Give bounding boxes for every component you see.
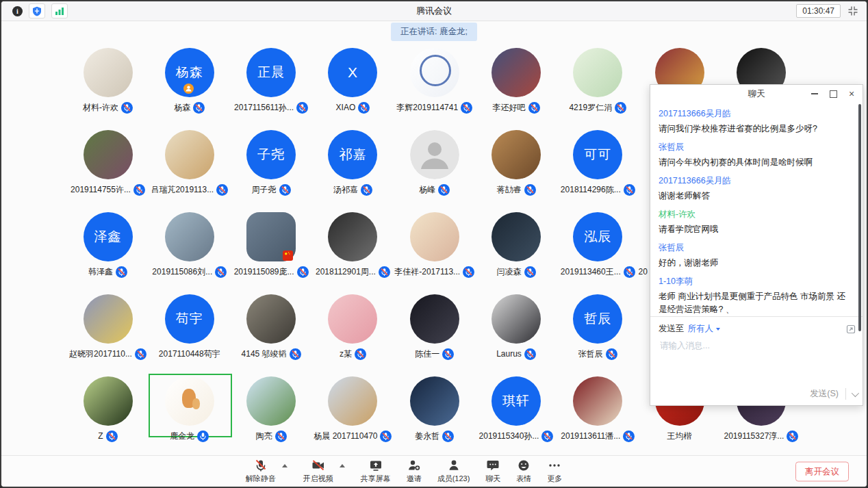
mic-muted-icon xyxy=(442,348,454,360)
avatar-initials: 祁嘉 xyxy=(328,130,377,179)
participant-name: 鹿金龙 xyxy=(170,431,194,442)
participant-name: 周子尧 xyxy=(252,184,277,196)
send-button[interactable]: 发送(S) xyxy=(810,388,846,400)
participant-name: 汤祁嘉 xyxy=(333,184,358,196)
maximize-icon[interactable] xyxy=(829,90,837,98)
chat-header[interactable]: 聊天 × xyxy=(650,85,863,103)
participant-name: 材料-许欢 xyxy=(83,102,118,114)
avatar xyxy=(84,294,133,344)
expand-caret-icon[interactable] xyxy=(282,464,288,467)
toolbar-label: 聊天 xyxy=(485,474,500,484)
chat-message: 2017113666吴月皓谢谢老师解答 xyxy=(659,175,853,203)
avatar xyxy=(84,376,133,426)
avatar xyxy=(573,48,622,97)
camera-muted-icon xyxy=(311,459,325,472)
participant-name: 2019115340孙... xyxy=(479,431,539,442)
deer-art xyxy=(192,398,200,409)
message-input[interactable] xyxy=(659,340,846,351)
message-text: 请看学院官网哦 xyxy=(659,223,853,236)
mic-on-icon xyxy=(197,431,209,442)
chat-input-area: 发送至 所有人 发送(S) xyxy=(650,316,863,405)
toolbar-emoji[interactable]: 表情 xyxy=(516,459,531,484)
toolbar-chat[interactable]: 聊天 xyxy=(485,459,500,484)
mic-muted-icon xyxy=(524,184,536,196)
participant-name: 2018112901周... xyxy=(316,266,376,278)
toolbar-camera-muted[interactable]: 开启视频 xyxy=(303,459,333,484)
participant-tile[interactable]: 可可2018114296陈... xyxy=(546,130,649,196)
participant-name: XIAO xyxy=(336,103,356,112)
expand-caret-icon[interactable] xyxy=(340,464,345,467)
participant-name: 2019113611潘... xyxy=(561,431,620,442)
avatar: 琪轩 xyxy=(492,376,541,426)
send-options-chevron-icon[interactable] xyxy=(852,389,859,396)
message-text: 请问今年校内初赛的具体时间是啥时候啊 xyxy=(659,156,853,169)
chat-icon xyxy=(486,459,500,472)
avatar xyxy=(573,376,622,426)
message-text: 好的，谢谢老师 xyxy=(659,257,853,270)
meeting-window: i 腾讯会议 01:30:47 正在讲话: 鹿金龙; 材料-许欢杨森杨森正晨20… xyxy=(0,0,868,488)
message-sender: 张哲辰 xyxy=(659,142,853,153)
default-person-icon xyxy=(410,130,459,179)
toolbar-invite[interactable]: 邀请 xyxy=(407,459,422,484)
toolbar-label: 表情 xyxy=(516,474,531,484)
mic-muted-icon xyxy=(193,102,205,114)
toolbar-mic-muted[interactable]: 解除静音 xyxy=(246,459,276,484)
more-icon xyxy=(548,459,561,472)
toolbar-screen-share[interactable]: 共享屏幕 xyxy=(361,459,391,484)
close-icon[interactable]: × xyxy=(847,90,856,98)
toolbar-label: 邀请 xyxy=(407,474,422,484)
minimize-icon[interactable] xyxy=(810,90,819,98)
mic-muted-icon xyxy=(524,348,536,360)
chat-scrollbar[interactable] xyxy=(858,104,861,331)
participant-name: 2019114755许... xyxy=(71,184,131,196)
toolbar-more[interactable]: 更多 xyxy=(547,459,562,484)
avatar xyxy=(410,212,459,261)
message-text: 老师 商业计划书是更侧重于产品特色 市场前景 还是经营运营策略? 、 xyxy=(659,290,853,316)
speaking-banner: 正在讲话: 鹿金龙; xyxy=(391,23,477,41)
mic-muted-icon xyxy=(355,348,366,360)
mic-muted-icon xyxy=(524,266,536,278)
toolbar-label: 成员(123) xyxy=(437,474,470,484)
avatar xyxy=(246,294,296,344)
avatar xyxy=(492,294,541,344)
members-icon xyxy=(447,459,461,472)
participant-name: 4219罗仁涓 xyxy=(569,102,612,114)
avatar: 泽鑫 xyxy=(84,212,133,261)
invite-icon xyxy=(407,459,421,472)
participant-tile[interactable]: 哲辰张哲辰 xyxy=(546,294,649,360)
participant-name: 蒋劼睿 xyxy=(497,184,522,196)
mic-muted-icon xyxy=(606,348,617,360)
participant-name: 闫凌森 xyxy=(497,266,522,278)
bottom-toolbar: 解除静音开启视频共享屏幕邀请成员(123)聊天表情更多 离开会议 xyxy=(1,455,867,487)
chat-panel: 聊天 × 2017113666吴月皓请问我们学校推荐进省赛的比例是多少呀?张哲辰… xyxy=(650,84,863,406)
message-sender: 1-10李萌 xyxy=(659,276,853,287)
participant-name: 2017115611孙... xyxy=(234,102,294,114)
mic-muted-icon xyxy=(290,348,301,360)
participant-name: 2019113460王... xyxy=(561,266,621,278)
popout-chat-icon[interactable] xyxy=(846,324,856,334)
avatar: 可可 xyxy=(573,130,622,179)
avatar-initials: 泽鑫 xyxy=(84,212,133,261)
mic-muted-icon xyxy=(121,102,133,114)
chat-message-list: 2017113666吴月皓请问我们学校推荐进省赛的比例是多少呀?张哲辰请问今年校… xyxy=(650,103,863,316)
avatar: X xyxy=(328,48,377,97)
avatar-initials: 苟宇 xyxy=(165,294,214,344)
participant-name: 李辉2019114741 xyxy=(396,102,458,114)
chat-title: 聊天 xyxy=(748,88,765,100)
send-to-dropdown[interactable]: 所有人 xyxy=(688,323,721,335)
participant-name: 王均楷 xyxy=(667,431,692,442)
participant-name: 杨森 xyxy=(174,102,190,114)
mic-muted-icon xyxy=(254,459,268,472)
mic-muted-icon xyxy=(528,102,540,114)
participant-name: 李佳祥-2017113... xyxy=(394,266,460,278)
chat-message: 1-10李萌老师 商业计划书是更侧重于产品特色 市场前景 还是经营运营策略? 、 xyxy=(659,276,853,316)
avatar xyxy=(246,376,296,426)
participant-name: 姜永哲 xyxy=(415,431,439,442)
toolbar-label: 开启视频 xyxy=(303,474,333,484)
avatar-initials: X xyxy=(328,48,377,97)
leave-meeting-button[interactable]: 离开会议 xyxy=(795,461,849,481)
message-sender: 材料-许欢 xyxy=(659,209,853,220)
avatar-initials: 子尧 xyxy=(246,130,296,179)
participant-name: Laurus xyxy=(496,349,522,359)
toolbar-members[interactable]: 成员(123) xyxy=(437,459,470,484)
